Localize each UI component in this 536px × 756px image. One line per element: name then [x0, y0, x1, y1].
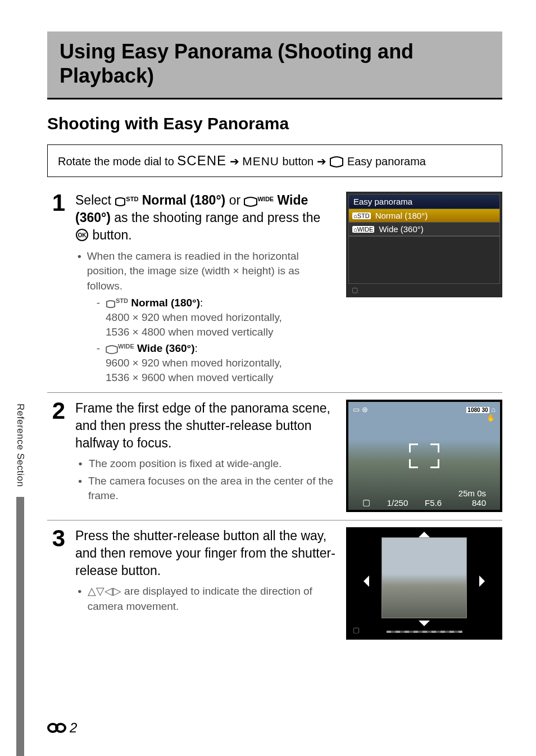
- step-number: 3: [47, 527, 65, 550]
- rec-time: 25m 0s: [458, 489, 486, 499]
- bullet-dot-icon: •: [78, 474, 83, 504]
- aperture: F5.6: [425, 498, 442, 508]
- normal-bold: Normal (180°): [142, 193, 226, 207]
- bullet-dot-icon: •: [78, 584, 82, 614]
- focus-brackets-icon: [409, 443, 439, 468]
- nav-button-word: button: [283, 155, 317, 168]
- side-tab-label: Reference Section: [15, 404, 26, 487]
- wide-pano-icon: ⌂WIDE: [352, 226, 374, 233]
- page-title: Using Easy Panorama (Shooting and Playba…: [60, 39, 490, 88]
- lcd-opt2-label: Wide (360°): [379, 224, 423, 234]
- panorama-icon: [329, 156, 344, 168]
- step1-sub-normal: - STD Normal (180°): 4800 × 920 when mov…: [96, 296, 336, 339]
- viewfinder-illustration: ▭ ⊛ 1080 30 ⌂ ✋ ▢ 1/250 F5.6 2: [346, 400, 502, 512]
- arrow-up-icon: [419, 532, 430, 537]
- step1-sub-wide: - WIDE Wide (360°): 9600 × 920 when move…: [96, 341, 336, 384]
- t: Select: [75, 193, 115, 207]
- section-heading: Shooting with Easy Panorama: [47, 114, 502, 133]
- std-pano-icon: [115, 197, 126, 207]
- step-3: 3 Press the shutter-release button all t…: [47, 527, 502, 640]
- dash-icon: -: [96, 296, 101, 339]
- pano-icon: ⌂: [491, 405, 496, 414]
- t: or: [229, 193, 244, 207]
- l: WIDE: [357, 226, 374, 233]
- battery-icon: ▢: [362, 497, 370, 508]
- bullet-text: △▽◁▷ are displayed to indicate the direc…: [88, 584, 336, 614]
- t: button.: [92, 228, 131, 242]
- step1-text: Select STD Normal (180°) or WIDE Wide (3…: [75, 192, 336, 244]
- wide-label: WIDE: [257, 196, 274, 202]
- nav-suffix: Easy panorama: [347, 155, 426, 168]
- nav-menu: MENU: [242, 155, 279, 168]
- wide-pano-icon: [244, 197, 257, 207]
- step2-text: Frame the first edge of the panorama sce…: [75, 400, 336, 452]
- progress-scale: [387, 631, 462, 633]
- std-pano-icon: [106, 300, 116, 309]
- step1-bullet: • When the camera is readied in the hori…: [75, 249, 336, 294]
- detail: 9600 × 920 when moved horizontally,: [106, 357, 282, 369]
- dash-icon: -: [96, 341, 101, 384]
- step3-bullet1: • △▽◁▷ are displayed to indicate the dir…: [75, 584, 336, 614]
- vr-icon: ✋: [487, 414, 496, 422]
- detail: 4800 × 920 when moved horizontally,: [106, 311, 282, 323]
- bullet-dot-icon: •: [78, 456, 83, 472]
- std-label: STD: [126, 196, 138, 202]
- step-2: 2 Frame the first edge of the panorama s…: [47, 400, 502, 512]
- arrow-down-icon: [419, 621, 430, 626]
- shutter-speed: 1/250: [387, 498, 408, 508]
- arrow-icon: ➔: [230, 155, 239, 168]
- direction-arrows-icon: △▽◁▷: [88, 585, 121, 597]
- detail: 1536 × 9600 when moved vertically: [106, 372, 273, 383]
- arrow-right-icon: [479, 576, 485, 587]
- rec-quality-badge: 1080 30: [466, 407, 489, 413]
- lcd-menu-illustration: Easy panorama ⌂STD Normal (180°) ⌂WIDE W…: [346, 192, 502, 384]
- arrow-left-icon: [364, 576, 369, 587]
- direction-preview: [381, 537, 466, 618]
- svg-text:OK: OK: [78, 232, 87, 238]
- lcd-option-wide: ⌂WIDE Wide (360°): [349, 223, 499, 236]
- navigation-hint: Rotate the mode dial to SCENE ➔ MENU but…: [47, 144, 502, 177]
- lcd-filler: [348, 237, 500, 284]
- detail: 1536 × 4800 when moved vertically: [106, 326, 273, 338]
- side-tab: Reference Section: [13, 404, 27, 756]
- std-label: STD: [116, 297, 128, 304]
- shots-remaining: 840: [472, 499, 486, 508]
- battery-icon: ▢: [353, 626, 360, 634]
- t: as the shooting range and press the: [114, 210, 320, 225]
- wide-label: WIDE: [118, 343, 134, 350]
- normal-title: Normal (180°): [131, 297, 200, 309]
- page-footer: 2: [47, 720, 77, 736]
- page-number: 2: [70, 720, 77, 736]
- side-tab-bar: [16, 497, 24, 756]
- lcd-option-normal: ⌂STD Normal (180°): [349, 209, 499, 223]
- direction-view-illustration: ▢: [346, 527, 502, 640]
- std-pano-icon: ⌂STD: [352, 212, 371, 219]
- arrow-icon: ➔: [317, 155, 326, 168]
- step-1: 1 Select STD Normal (180°) or WIDE Wide …: [47, 192, 502, 384]
- bullet-text: When the camera is readied in the horizo…: [87, 249, 336, 294]
- section-link-icon: [47, 723, 66, 733]
- lcd-battery-icon: ▢: [348, 284, 500, 295]
- wide-title: Wide (360°): [137, 342, 194, 354]
- step-number: 1: [47, 192, 65, 214]
- l: STD: [357, 212, 370, 219]
- step-number: 2: [47, 400, 65, 422]
- step2-bullet1: • The zoom position is fixed at wide-ang…: [75, 456, 336, 472]
- bullet-text: The camera focuses on the area in the ce…: [88, 474, 336, 504]
- nav-prefix: Rotate the mode dial to: [58, 155, 177, 168]
- lcd-menu-title: Easy panorama: [348, 194, 500, 209]
- divider: [47, 520, 502, 520]
- step3-text: Press the shutter-release button all the…: [75, 527, 336, 580]
- divider: [47, 392, 502, 393]
- step2-bullet2: • The camera focuses on the area in the …: [75, 474, 336, 504]
- t: are displayed to indicate the direction …: [88, 585, 312, 612]
- wide-pano-icon: [106, 345, 118, 354]
- page-title-box: Using Easy Panorama (Shooting and Playba…: [47, 31, 502, 99]
- lcd-opt1-label: Normal (180°): [375, 211, 428, 220]
- bullet-dot-icon: •: [78, 249, 81, 294]
- ok-button-icon: OK: [75, 228, 89, 242]
- bullet-text: The zoom position is fixed at wide-angle…: [89, 456, 281, 472]
- panorama-mode-icon: ▭ ⊛: [353, 405, 368, 422]
- nav-scene: SCENE: [177, 153, 226, 168]
